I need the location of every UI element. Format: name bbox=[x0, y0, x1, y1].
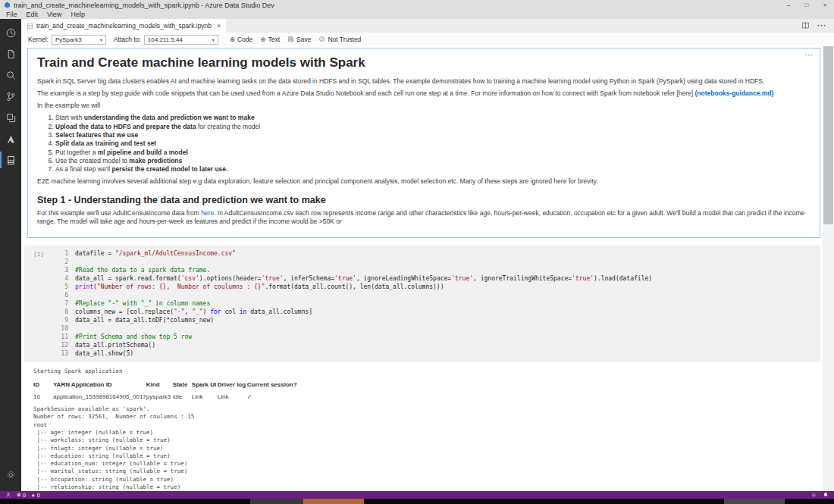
app-icon bbox=[4, 2, 11, 8]
vertical-scrollbar[interactable] bbox=[823, 46, 834, 491]
azure-icon[interactable] bbox=[0, 128, 21, 149]
circle-plus-icon: ⊕ bbox=[230, 36, 235, 43]
intro-paragraph-1: Spark in SQL Server big data clusters en… bbox=[37, 77, 810, 86]
cell-more-actions-icon[interactable]: ··· bbox=[805, 52, 814, 58]
restore-button[interactable]: □ bbox=[798, 0, 816, 10]
notebook-heading: Train and Create machine learning models… bbox=[37, 55, 810, 70]
tab-label: train_and_create_machinelearning_models_… bbox=[36, 22, 212, 30]
table-header-row: ID YARN Application ID Kind State Spark … bbox=[33, 379, 300, 390]
list-item: Upload the data to HDFS and prepare the … bbox=[55, 123, 810, 130]
schema-output: SparkSession available as 'spark'.Number… bbox=[33, 405, 823, 491]
kernel-value: PySpark3 bbox=[55, 36, 82, 43]
title-bar: train_and_create_machinelearning_models_… bbox=[0, 0, 834, 10]
code-editor[interactable]: 1datafile = "/spark_ml/AdultCensusIncome… bbox=[53, 249, 820, 358]
split-editor-icon[interactable] bbox=[801, 19, 810, 33]
driver-log-link[interactable]: Link bbox=[218, 390, 247, 403]
list-item: Use the created model to make prediction… bbox=[55, 157, 810, 164]
attach-to-value: 104.211.5.44 bbox=[148, 36, 183, 43]
list-item: Put together a ml pipeline and build a m… bbox=[55, 149, 810, 156]
spark-session-table: ID YARN Application ID Kind State Spark … bbox=[33, 379, 300, 403]
extensions-icon[interactable] bbox=[0, 107, 21, 128]
chevron-down-icon: ▾ bbox=[94, 37, 102, 42]
error-icon: ⊗ bbox=[17, 491, 21, 499]
notebook-content: ··· Train and Create machine learning mo… bbox=[21, 46, 823, 491]
notifications-bell-icon[interactable] bbox=[823, 492, 829, 499]
source-control-icon[interactable] bbox=[0, 86, 21, 107]
table-row: 16 application_1539898164905_0017 pyspar… bbox=[33, 390, 300, 403]
menu-bar: File Edit View Help bbox=[0, 10, 834, 19]
spark-ui-link[interactable]: Link bbox=[192, 390, 218, 403]
errors-indicator[interactable]: ⊗ 0 bbox=[17, 491, 26, 499]
code-cell[interactable]: [1] 1datafile = "/spark_ml/AdultCensusIn… bbox=[24, 246, 820, 362]
scrollbar-thumb[interactable] bbox=[823, 46, 833, 224]
list-item: As a final step we'll persist the create… bbox=[55, 165, 810, 173]
search-icon[interactable] bbox=[0, 64, 21, 86]
attach-to-label: Attach to: bbox=[114, 36, 141, 43]
minimize-button[interactable]: – bbox=[779, 0, 798, 10]
more-actions-icon[interactable]: ··· bbox=[817, 22, 826, 30]
add-text-button[interactable]: ⊕ Text bbox=[256, 36, 284, 43]
close-button[interactable]: × bbox=[816, 0, 834, 10]
kernel-label: Kernel: bbox=[28, 36, 49, 43]
settings-gear-icon[interactable] bbox=[0, 464, 21, 485]
kernel-dropdown[interactable]: PySpark3 ▾ bbox=[52, 35, 106, 45]
history-icon[interactable] bbox=[0, 22, 21, 43]
notebooks-guidance-link[interactable]: (notebooks-guidance.md) bbox=[695, 89, 774, 97]
windows-taskbar-strip bbox=[0, 499, 834, 504]
feedback-smiley-icon[interactable]: ☺ bbox=[811, 491, 817, 499]
tab-notebook[interactable]: train_and_create_machinelearning_models_… bbox=[21, 19, 226, 33]
notebooks-icon[interactable] bbox=[0, 149, 21, 171]
step1-paragraph: For this example we'll use AdultCensusIn… bbox=[37, 209, 810, 226]
save-button[interactable]: Save bbox=[284, 36, 315, 44]
editor-actions: ··· bbox=[801, 19, 834, 33]
cell-output: Starting Spark application ID YARN Appli… bbox=[33, 368, 823, 491]
notebook-toolbar: Kernel: PySpark3 ▾ Attach to: 104.211.5.… bbox=[21, 33, 834, 46]
remote-status-icon[interactable] bbox=[5, 492, 11, 498]
e2e-paragraph: E2E machine learning involves several ad… bbox=[37, 177, 810, 186]
editor-tab-strip: train_and_create_machinelearning_models_… bbox=[21, 19, 834, 33]
here-link[interactable]: here bbox=[201, 209, 214, 217]
menu-edit[interactable]: Edit bbox=[22, 11, 43, 18]
tab-close-icon[interactable]: × bbox=[217, 22, 221, 30]
circle-plus-icon: ⊕ bbox=[260, 36, 265, 43]
explorer-icon[interactable] bbox=[0, 43, 21, 64]
step1-heading: Step 1 - Understanding the data and pred… bbox=[37, 195, 810, 205]
menu-view[interactable]: View bbox=[42, 11, 66, 18]
not-trusted-icon bbox=[318, 36, 325, 44]
trust-status-button[interactable]: Not Trusted bbox=[315, 36, 365, 44]
activity-bar bbox=[0, 19, 21, 491]
warnings-indicator[interactable]: ▲ 0 bbox=[31, 491, 40, 499]
window-title: train_and_create_machinelearning_models_… bbox=[14, 2, 274, 9]
list-item: Select features that we use bbox=[55, 131, 810, 139]
taskbar-segment bbox=[250, 499, 303, 504]
markdown-cell[interactable]: ··· Train and Create machine learning mo… bbox=[27, 48, 820, 238]
azure-data-studio-window: train_and_create_machinelearning_models_… bbox=[0, 0, 834, 504]
status-bar: ⊗ 0 ▲ 0 ☺ bbox=[0, 491, 834, 499]
list-item: Start with understanding the data and pr… bbox=[55, 114, 810, 121]
add-code-button[interactable]: ⊕ Code bbox=[226, 36, 256, 43]
list-item: Split data as training and test set bbox=[55, 139, 810, 147]
steps-list: Start with understanding the data and pr… bbox=[55, 114, 810, 174]
taskbar-segment bbox=[724, 499, 785, 504]
window-controls: – □ × bbox=[779, 0, 834, 10]
menu-file[interactable]: File bbox=[2, 11, 22, 18]
list-intro: In the example we will bbox=[37, 102, 810, 110]
warning-icon: ▲ bbox=[31, 491, 36, 499]
attach-to-dropdown[interactable]: 104.211.5.44 ▾ bbox=[144, 35, 218, 45]
menu-help[interactable]: Help bbox=[66, 11, 89, 18]
intro-paragraph-2: The example is a step by step guide with… bbox=[37, 89, 810, 98]
chevron-down-icon: ▾ bbox=[206, 37, 215, 42]
current-session-check: ✓ bbox=[247, 390, 300, 403]
taskbar-segment bbox=[303, 499, 364, 504]
save-icon bbox=[287, 36, 294, 44]
execution-count: [1] bbox=[24, 249, 53, 358]
spark-starting-text: Starting Spark application bbox=[33, 368, 823, 375]
